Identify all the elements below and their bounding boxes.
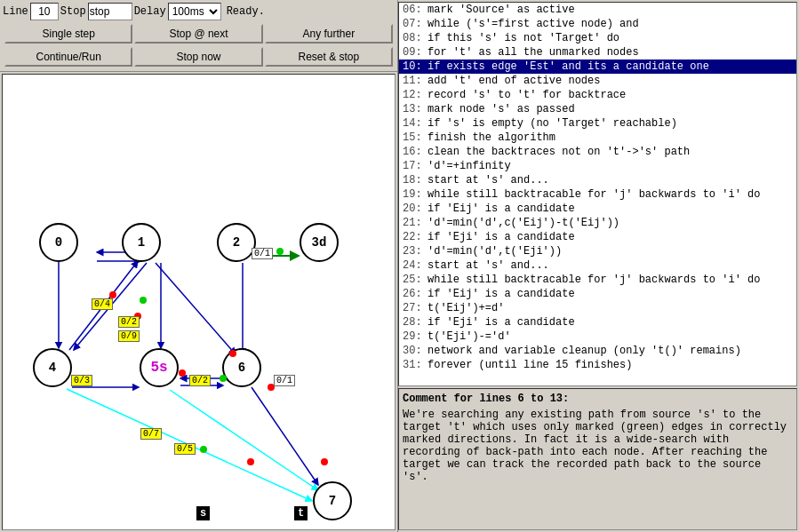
delay-select[interactable]: 10ms 50ms 100ms 200ms 500ms 1000ms	[168, 3, 221, 20]
comment-title: Comment for lines 6 to 13:	[403, 393, 793, 405]
svg-line-8	[156, 263, 236, 354]
code-line-num: 31:	[403, 359, 427, 371]
code-line-text: if 'Eij' is a candidate	[427, 202, 575, 215]
comment-panel: Comment for lines 6 to 13: We're searchi…	[398, 388, 797, 530]
code-line: 24: start at 's' and...	[399, 258, 796, 273]
code-line: 07: while ('s'=first active node) and	[399, 17, 796, 31]
code-line-num: 11:	[403, 75, 427, 87]
code-line: 22: if 'Eji' is a candidate	[399, 230, 796, 244]
delay-label: Delay	[134, 5, 166, 18]
comment-text: We're searching any existing path from s…	[403, 409, 793, 483]
code-line-num: 22:	[403, 231, 427, 243]
graph-svg	[3, 75, 395, 529]
code-line-text: if 's' is empty (no 'Target' reachable)	[427, 117, 677, 130]
dot-red-3	[179, 369, 186, 377]
dot-green-5	[200, 446, 207, 453]
code-line-text: add 't' end of active nodes	[427, 75, 600, 87]
code-line-text: while ('s'=first active node) and	[427, 18, 639, 30]
edge-label-01-left: 0/4	[92, 298, 113, 310]
code-line-text: if 'Eij' is a candidate	[427, 288, 575, 300]
code-line-text: if exists edge 'Est' and its a candidate…	[427, 60, 709, 73]
code-line-num: 24:	[403, 259, 427, 272]
code-line-num: 10:	[403, 60, 427, 73]
node-3d: 3d	[300, 223, 339, 262]
code-line: 31: forever (until line 15 finishes)	[399, 358, 796, 372]
line-label: Line	[3, 5, 28, 18]
code-line-text: 'd'=+infinity	[427, 160, 511, 172]
code-line-num: 21:	[403, 217, 427, 229]
code-line: 20: if 'Eij' is a candidate	[399, 202, 796, 216]
code-line-text: t('Eji')-='d'	[427, 330, 511, 343]
edge-label-15-bot: 0/9	[118, 330, 140, 342]
edge-label-57: 0/5	[174, 443, 196, 455]
edge-label-45: 0/3	[71, 375, 92, 386]
node-7: 7	[313, 481, 352, 520]
code-line-num: 08:	[403, 32, 427, 44]
node-5s: 5s	[140, 348, 179, 387]
code-line: 06: mark 'Source' as active	[399, 3, 796, 17]
continue-run-button[interactable]: Continue/Run	[4, 47, 132, 67]
code-line-num: 18:	[403, 174, 427, 187]
toolbar: Line Stop Delay 10ms 50ms 100ms 200ms 50…	[0, 0, 397, 72]
code-line-text: for 't' as all the unmarked nodes	[427, 46, 639, 59]
code-line-num: 27:	[403, 302, 427, 314]
dot-red-7	[247, 458, 254, 465]
code-line-num: 23:	[403, 245, 427, 258]
code-line-text: if this 's' is not 'Target' do	[427, 32, 619, 44]
svg-line-9	[170, 390, 318, 490]
code-line: 25: while still backtracable for 'j' bac…	[399, 273, 796, 287]
code-line: 28: if 'Eji' is a candidate	[399, 315, 796, 330]
code-line: 14: if 's' is empty (no 'Target' reachab…	[399, 116, 796, 131]
code-line-num: 09:	[403, 46, 427, 59]
edge-label-23: 0/1	[252, 248, 273, 259]
stop-label: Stop	[60, 5, 86, 18]
dot-red-1	[109, 291, 116, 298]
code-line-text: 'd'=min('d',t('Eji'))	[427, 245, 562, 258]
code-line: 26: if 'Eij' is a candidate	[399, 287, 796, 301]
code-line-text: finish the algorithm	[427, 131, 555, 144]
line-input[interactable]	[30, 3, 59, 20]
code-line: 19: while still backtracable for 'j' bac…	[399, 187, 796, 202]
svg-line-10	[252, 387, 318, 485]
stop-now-button[interactable]: Stop now	[134, 47, 262, 67]
code-line: 18: start at 's' and...	[399, 173, 796, 187]
code-line-text: while still backtracable for 'j' backwar…	[427, 188, 760, 201]
any-further-button[interactable]: Any further	[265, 24, 393, 44]
code-line: 29: t('Eji')-='d'	[399, 330, 796, 344]
status-text: Ready.	[227, 5, 265, 18]
code-line-text: mark node 's' as passed	[427, 103, 575, 115]
node-4: 4	[33, 348, 72, 387]
code-line-num: 29:	[403, 330, 427, 343]
node-6: 6	[222, 348, 261, 387]
dot-red-6	[321, 458, 328, 465]
code-line-text: start at 's' and...	[427, 259, 549, 272]
edge-label-56: 0/2	[189, 375, 211, 386]
edge-label-67: 0/1	[274, 375, 295, 386]
code-line-num: 12:	[403, 89, 427, 101]
code-line-num: 30:	[403, 345, 427, 357]
dot-green-3	[220, 375, 227, 382]
code-line-text: if 'Eji' is a candidate	[427, 316, 575, 329]
code-line: 08: if this 's' is not 'Target' do	[399, 31, 796, 45]
stop-input[interactable]	[88, 3, 132, 20]
code-line: 10: if exists edge 'Est' and its a candi…	[399, 60, 796, 74]
code-line-num: 14:	[403, 117, 427, 130]
code-line-text: clean the backtraces not on 't'->'s' pat…	[427, 146, 690, 158]
code-line: 21: 'd'=min('d',c('Eij')-t('Eij'))	[399, 216, 796, 230]
code-line: 15: finish the algorithm	[399, 131, 796, 145]
node-1: 1	[122, 223, 161, 262]
code-panel[interactable]: 06: mark 'Source' as active07: while ('s…	[398, 2, 797, 386]
code-line-num: 07:	[403, 18, 427, 30]
code-line: 16: clean the backtraces not on 't'->'s'…	[399, 145, 796, 159]
code-line-num: 15:	[403, 131, 427, 144]
single-step-button[interactable]: Single step	[4, 24, 132, 44]
reset-stop-button[interactable]: Reset & stop	[265, 47, 393, 67]
code-line: 27: t('Eij')+=d'	[399, 301, 796, 315]
code-line-num: 13:	[403, 103, 427, 115]
code-line-num: 20:	[403, 202, 427, 215]
stop-at-next-button[interactable]: Stop @ next	[134, 24, 262, 44]
code-line: 13: mark node 's' as passed	[399, 102, 796, 116]
code-line: 30: network and variable cleanup (only '…	[399, 344, 796, 358]
code-line: 17: 'd'=+infinity	[399, 159, 796, 173]
code-line-text: record 's' to 't' for backtrace	[427, 89, 626, 101]
